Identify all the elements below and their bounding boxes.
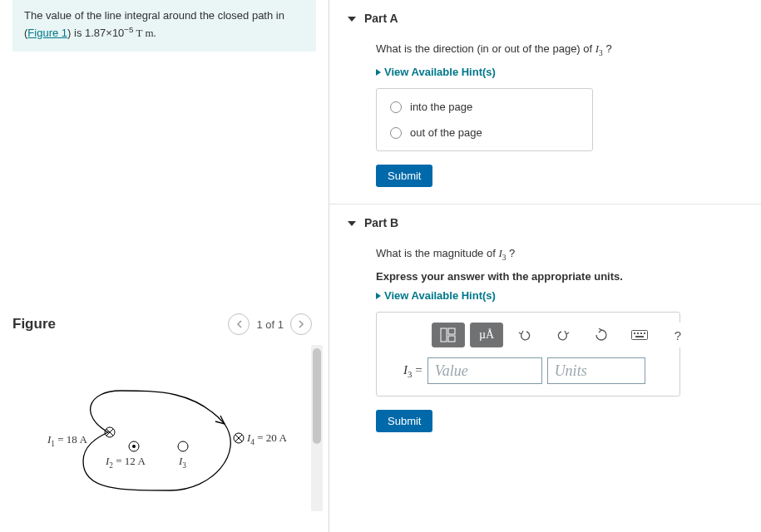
redo-icon <box>556 329 570 341</box>
problem-unit: T m. <box>133 27 156 39</box>
radio-icon <box>390 127 402 139</box>
caret-right-icon <box>376 293 381 299</box>
left-column: The value of the line integral around th… <box>0 0 329 532</box>
part-a: Part A What is the direction (in or out … <box>329 0 761 204</box>
figure-canvas: I1 = 18 A I2 = 12 A I3 I4 = 20 A <box>12 345 308 511</box>
figure-drawing <box>12 345 304 511</box>
svg-rect-5 <box>441 328 447 342</box>
part-a-choice-box: into the page out of the page <box>376 88 593 151</box>
redo-tool[interactable] <box>546 323 580 347</box>
caret-down-icon <box>348 17 356 22</box>
chevron-right-icon <box>299 320 304 328</box>
keyboard-tool[interactable] <box>623 323 656 347</box>
answer-label: I3 = <box>403 363 423 379</box>
help-tool[interactable]: ? <box>661 323 694 347</box>
svg-point-3 <box>178 441 188 451</box>
templates-tool[interactable] <box>432 323 465 347</box>
figure-label-i1: I1 = 18 A <box>47 433 87 448</box>
reset-tool[interactable] <box>585 323 618 347</box>
part-b-instruction: Express your answer with the appropriate… <box>376 270 744 283</box>
answer-box: µÅ <box>376 312 680 397</box>
svg-rect-12 <box>644 332 645 334</box>
right-column: Part A What is the direction (in or out … <box>329 0 761 532</box>
part-a-prompt: What is the direction (in or out of the … <box>376 42 744 59</box>
svg-point-2 <box>132 445 136 448</box>
part-a-title: Part A <box>364 12 398 25</box>
figure-heading: Figure <box>12 316 56 332</box>
choice-out-of-page[interactable]: out of the page <box>387 120 582 145</box>
svg-rect-7 <box>448 336 455 342</box>
part-a-toggle[interactable]: Part A <box>356 0 744 30</box>
radio-icon <box>390 101 402 113</box>
figure-label-i3: I3 <box>179 455 186 470</box>
undo-tool[interactable] <box>508 323 541 347</box>
part-b-prompt: What is the magnitude of I3 ? <box>376 246 744 264</box>
part-b-toggle[interactable]: Part B <box>356 204 744 234</box>
problem-text-post-link: ) is 1.87×10 <box>67 27 124 39</box>
figure-scrollbar[interactable] <box>311 345 323 511</box>
part-a-hints-link[interactable]: View Available Hint(s) <box>376 66 744 78</box>
figure-pager: 1 of 1 <box>228 313 312 335</box>
templates-icon <box>440 328 457 342</box>
figure-label-i4: I4 = 20 A <box>247 431 287 446</box>
figure-prev-button[interactable] <box>228 313 250 335</box>
svg-rect-11 <box>640 332 642 334</box>
problem-exp: −5 <box>124 25 133 34</box>
figure-section: Figure 1 of 1 <box>12 313 329 511</box>
part-b-hints-label: View Available Hint(s) <box>384 289 496 302</box>
chevron-left-icon <box>236 320 242 328</box>
figure-label-i2: I2 = 12 A <box>106 455 146 470</box>
svg-rect-9 <box>634 332 635 334</box>
problem-statement-box: The value of the line integral around th… <box>12 0 316 52</box>
units-tool[interactable]: µÅ <box>470 323 503 347</box>
figure-next-button[interactable] <box>290 313 312 335</box>
figure-scroll-thumb[interactable] <box>313 348 321 444</box>
part-b-hints-link[interactable]: View Available Hint(s) <box>376 289 744 302</box>
choice-1-label: into the page <box>410 101 472 113</box>
keyboard-icon <box>631 330 648 340</box>
svg-rect-13 <box>635 336 644 337</box>
part-a-submit-button[interactable]: Submit <box>376 165 432 187</box>
svg-rect-10 <box>637 332 639 334</box>
value-input[interactable]: Value <box>427 357 542 384</box>
part-b: Part B What is the magnitude of I3 ? Exp… <box>329 204 761 449</box>
figure-link[interactable]: Figure 1 <box>27 27 67 39</box>
choice-2-label: out of the page <box>410 126 482 139</box>
part-a-hints-label: View Available Hint(s) <box>384 66 496 78</box>
caret-down-icon <box>348 221 356 226</box>
figure-pager-text: 1 of 1 <box>256 318 284 331</box>
svg-rect-6 <box>448 328 455 334</box>
part-b-submit-button[interactable]: Submit <box>376 410 432 432</box>
undo-icon <box>518 329 531 341</box>
reset-icon <box>595 328 608 342</box>
svg-rect-8 <box>632 331 648 340</box>
choice-into-page[interactable]: into the page <box>387 94 582 120</box>
answer-toolbar: µÅ <box>387 323 670 347</box>
caret-right-icon <box>376 69 381 76</box>
units-input[interactable]: Units <box>547 357 645 384</box>
part-b-title: Part B <box>364 216 398 229</box>
